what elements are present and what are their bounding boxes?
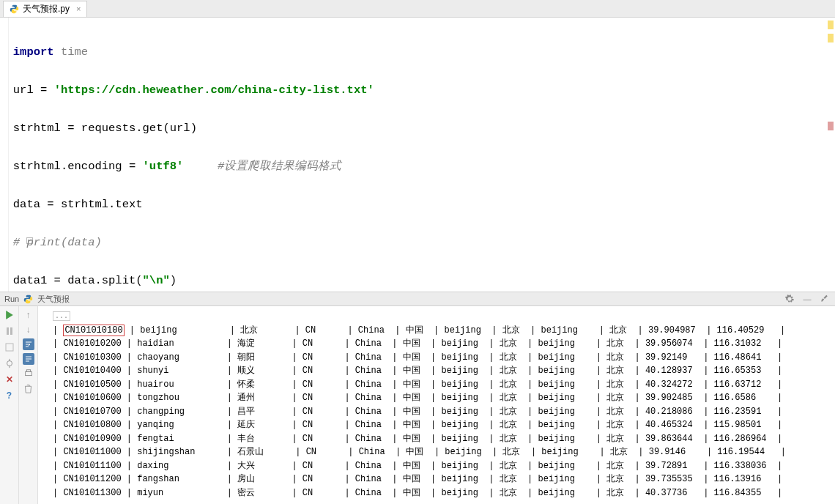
run-output[interactable]: ...| CN101010100 | beijing | 北京 | CN | C… (38, 306, 835, 504)
gutter[interactable]: − (0, 18, 9, 292)
output-row: | CN101010800 | yanqing | 延庆 | CN | Chin… (53, 418, 820, 432)
stop-icon[interactable] (4, 325, 15, 337)
run-title: Run (4, 294, 19, 303)
output-row: | CN101010100 | beijing | 北京 | CN | Chin… (53, 324, 820, 338)
run-toolbar-left2: ↑ ↓ (19, 306, 38, 504)
svg-rect-0 (7, 327, 9, 335)
python-run-icon (23, 294, 33, 304)
arrow-up-icon[interactable]: ↑ (23, 309, 34, 321)
close-run-icon[interactable]: ✕ (4, 374, 15, 385)
svg-rect-7 (26, 370, 30, 372)
output-row: | CN101010300 | chaoyang | 朝阳 | CN | Chi… (53, 351, 820, 365)
trash-icon[interactable] (23, 382, 34, 394)
python-file-icon (10, 4, 19, 14)
run-toolbar-left: ✕ ? (0, 306, 19, 504)
tab-label: 天气预报.py (23, 3, 70, 15)
rerun-icon[interactable] (4, 309, 15, 321)
svg-point-3 (7, 361, 12, 366)
run-panel: ✕ ? ↑ ↓ ...| CN101010100 | beijing | 北京 … (0, 306, 835, 504)
output-row: | CN101010900 | fengtai | 丰台 | CN | Chin… (53, 432, 820, 446)
gear-icon[interactable] (784, 293, 795, 305)
print-icon[interactable] (23, 368, 34, 379)
output-row: | CN101011100 | daxing | 大兴 | CN | China… (53, 459, 820, 473)
wrap-icon[interactable] (23, 338, 34, 350)
editor-overview-ruler[interactable] (826, 18, 835, 292)
svg-rect-6 (25, 371, 31, 375)
tab-bar: 天气预报.py × (0, 0, 835, 18)
debug-icon[interactable] (4, 357, 15, 369)
output-row: | CN101010200 | haidian | 海淀 | CN | Chin… (53, 337, 820, 351)
pin-icon[interactable] (819, 293, 831, 305)
help-icon[interactable]: ? (4, 390, 15, 401)
output-row: | CN101011000 | shijingshan | 石景山 | CN |… (53, 445, 820, 459)
stop-square-icon[interactable] (4, 341, 15, 353)
run-panel-header: Run 天气预报 — (0, 292, 835, 306)
file-tab[interactable]: 天气预报.py × (3, 1, 87, 17)
scroll-icon[interactable] (23, 353, 34, 365)
output-row: | CN101010600 | tongzhou | 通州 | CN | Chi… (53, 391, 820, 405)
output-row: | CN101010400 | shunyi | 顺义 | CN | China… (53, 364, 820, 378)
editor-area: − import time url = 'https://cdn.heweath… (0, 18, 835, 292)
output-row: | CN101010500 | huairou | 怀柔 | CN | Chin… (53, 378, 820, 392)
output-row: | CN101011200 | fangshan | 房山 | CN | Chi… (53, 472, 820, 486)
svg-rect-2 (6, 344, 13, 351)
output-row: | CN101011300 | miyun | 密云 | CN | China … (53, 486, 820, 500)
close-icon[interactable]: × (76, 4, 81, 13)
code-editor[interactable]: import time url = 'https://cdn.heweather… (9, 18, 835, 292)
svg-rect-1 (10, 327, 12, 335)
output-row: | CN101010700 | changping | 昌平 | CN | Ch… (53, 405, 820, 419)
run-target: 天气预报 (37, 294, 70, 305)
arrow-down-icon[interactable]: ↓ (23, 324, 34, 336)
minimize-icon[interactable]: — (801, 293, 813, 305)
